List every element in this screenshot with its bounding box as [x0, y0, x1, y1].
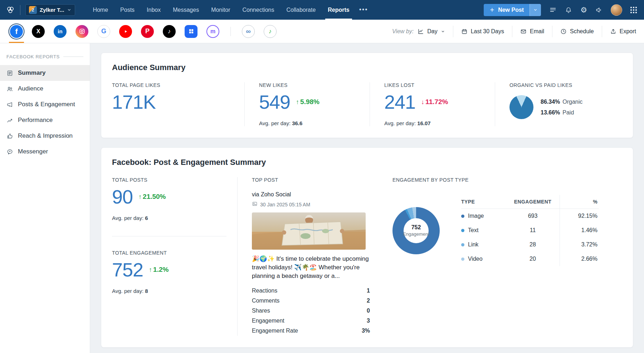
nav-item-reports[interactable]: Reports	[322, 0, 355, 20]
table-row: Image 693 92.15%	[461, 209, 599, 223]
engagement-cell: 28	[506, 237, 560, 252]
metric-label: NEW LIKES	[259, 82, 370, 88]
card-title: Facebook: Post & Engagement Summary	[112, 158, 622, 167]
type-label: Video	[468, 256, 483, 262]
apps-grid-icon[interactable]	[630, 7, 637, 13]
channel-toolbar: f X in G P ♪ m ∞	[0, 20, 644, 43]
avg-per-day: Avg. per day:8	[112, 288, 237, 294]
avg-label: Avg. per day:	[112, 215, 143, 221]
zoho-social-logo-icon[interactable]	[6, 5, 15, 15]
infinity-network-tab[interactable]: ∞	[242, 20, 255, 43]
mastodon-icon: m	[206, 25, 219, 38]
pinterest-tab[interactable]: P	[141, 20, 154, 43]
people-icon	[6, 85, 13, 92]
metric-label: TOTAL POSTS	[112, 177, 237, 183]
youtube-tab[interactable]	[119, 20, 132, 43]
metric-label: TOTAL PAGE LIKES	[112, 82, 244, 88]
metric-total-posts: TOTAL POSTS 90 ↑ 21.50% Avg. per day:6	[112, 177, 237, 221]
export-button[interactable]: Export	[602, 28, 644, 35]
organic-paid-pie-chart	[509, 95, 533, 119]
avg-label: Avg. per day:	[384, 120, 416, 126]
announcement-icon[interactable]	[595, 6, 602, 14]
schedule-button[interactable]: Schedule	[552, 28, 602, 35]
metric-new-likes: NEW LIKES 549 ↑ 5.98% Avg. per day:36.6	[244, 82, 370, 126]
donut-center-value: 752	[411, 224, 421, 231]
date-range-button[interactable]: Last 30 Days	[453, 28, 512, 35]
sidebar-item-summary[interactable]: Summary	[0, 65, 90, 81]
nav-item-messages[interactable]: Messages	[167, 0, 205, 20]
metric-delta: ↑ 1.2%	[149, 266, 169, 274]
nav-item-home[interactable]: Home	[87, 0, 114, 20]
facebook-icon: f	[10, 25, 23, 38]
nav-item-collaborate[interactable]: Collaborate	[280, 0, 322, 20]
new-post-button[interactable]: New Post	[484, 4, 530, 16]
infinity-network-icon: ∞	[242, 25, 255, 38]
post-engagement-card: Facebook: Post & Engagement Summary TOTA…	[101, 147, 633, 348]
grid-network-tab[interactable]	[185, 20, 197, 43]
avg-label: Avg. per day:	[259, 120, 291, 126]
network-tabs: f X in G P ♪ m ∞	[10, 20, 277, 43]
sidebar-item-label: Reach & Impression	[18, 132, 73, 139]
facebook-tab[interactable]: f	[10, 20, 23, 43]
delta-value: 5.98%	[300, 98, 319, 106]
gear-icon[interactable]: ⚙	[580, 6, 587, 14]
metric-likes-lost: LIKES LOST 241 ↓ 11.72% Avg. per day:16.…	[370, 82, 495, 126]
x-twitter-tab[interactable]: X	[32, 20, 45, 43]
top-post-image[interactable]	[252, 212, 366, 250]
up-arrow-icon: ↑	[149, 266, 152, 274]
export-label: Export	[620, 28, 636, 35]
avg-value: 6	[145, 215, 148, 221]
view-by-dropdown[interactable]: View by: Day	[384, 28, 453, 35]
engagement-cell: 20	[506, 252, 560, 266]
new-post-caret-button[interactable]	[530, 4, 541, 16]
stat-value: 3%	[362, 328, 370, 334]
tiktok-tab[interactable]: ♪	[163, 20, 176, 43]
email-button[interactable]: Email	[512, 28, 552, 35]
linkedin-tab[interactable]: in	[54, 20, 67, 43]
user-avatar[interactable]	[611, 4, 622, 16]
nav-item-posts[interactable]: Posts	[114, 0, 141, 20]
type-cell: Text	[461, 223, 506, 237]
avg-value: 8	[145, 288, 148, 294]
bell-icon[interactable]	[565, 6, 572, 14]
legend-dot	[461, 258, 464, 261]
thumbs-up-icon	[6, 133, 13, 139]
sidebar-item-messenger[interactable]: Messenger	[0, 144, 90, 160]
sidebar-item-posts-engagement[interactable]: Posts & Engagement	[0, 97, 90, 112]
avg-label: Avg. per day:	[112, 288, 143, 294]
avg-value: 16.07	[417, 120, 431, 126]
legend-name: Organic	[562, 99, 582, 105]
instagram-tab[interactable]	[75, 20, 88, 43]
nav-item-monitor[interactable]: Monitor	[205, 0, 236, 20]
stat-label: Engagement	[252, 318, 284, 324]
nav-more-button[interactable]: •••	[356, 6, 372, 14]
reports-sidebar: FACEBOOK REPORTS Summary Audience Post	[0, 43, 90, 353]
report-content: Audience Summary TOTAL PAGE LIKES 171K N…	[90, 43, 644, 353]
queue-icon[interactable]	[549, 6, 557, 14]
mastodon-tab[interactable]: m	[206, 20, 219, 43]
clock-icon	[560, 28, 567, 35]
brand-selector[interactable]: Z Zylker T...	[25, 4, 75, 16]
channel-divider	[230, 27, 231, 36]
brand-logo: Z	[29, 6, 37, 14]
sidebar-item-reach-impression[interactable]: Reach & Impression	[0, 128, 90, 144]
google-business-tab[interactable]: G	[97, 20, 110, 43]
navbar-divider	[20, 5, 20, 15]
nav-item-connections[interactable]: Connections	[236, 0, 280, 20]
nav-item-inbox[interactable]: Inbox	[141, 0, 167, 20]
chat-bubble-icon	[6, 148, 13, 155]
sidebar-item-performance[interactable]: Performance	[0, 112, 90, 128]
megaphone-icon	[6, 101, 13, 108]
green-note-network-tab[interactable]: ♪	[264, 20, 277, 43]
plus-icon	[489, 7, 495, 13]
sidebar-item-audience[interactable]: Audience	[0, 81, 90, 97]
stat-value: 3	[367, 318, 370, 324]
sidebar-item-label: Messenger	[18, 148, 48, 155]
percent-cell: 1.46%	[560, 223, 599, 237]
stat-value: 0	[367, 308, 370, 314]
type-cell: Image	[461, 209, 506, 223]
audience-metrics-row: TOTAL PAGE LIKES 171K NEW LIKES 549 ↑ 5.…	[112, 82, 622, 126]
metric-delta: ↑ 21.50%	[138, 193, 166, 201]
sidebar-title: FACEBOOK REPORTS	[0, 54, 90, 59]
top-post-stats: Reactions 1 Comments 2 Shares 0	[252, 286, 370, 336]
